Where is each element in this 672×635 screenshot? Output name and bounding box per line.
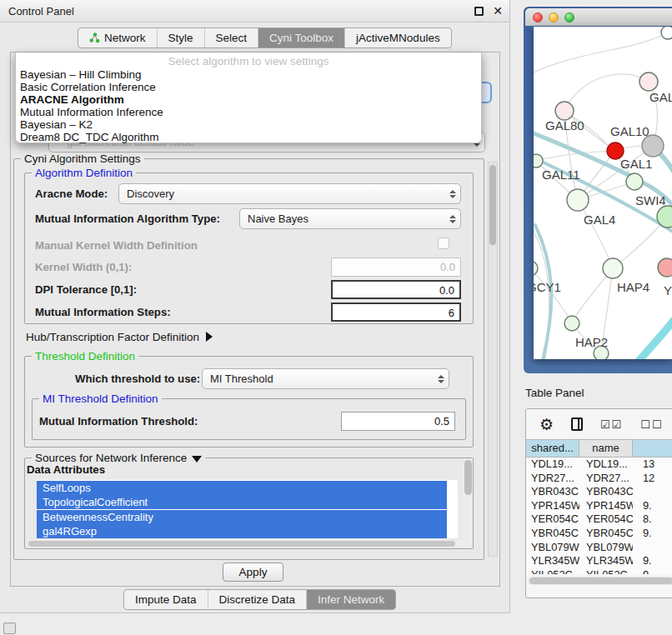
network-node-gal11[interactable] (534, 154, 543, 168)
cell-value: 9. (633, 527, 672, 541)
close-light-icon[interactable] (533, 12, 543, 22)
zoom-light-icon[interactable] (564, 12, 574, 22)
attributes-hscrollbar[interactable] (27, 540, 471, 548)
table-row[interactable]: YER054C YER054C 8. (526, 512, 672, 527)
algorithm-option[interactable]: Basic Correlation Inference (16, 81, 481, 93)
network-edge[interactable] (534, 32, 668, 77)
algorithm-option[interactable]: Mutual Information Inference (16, 106, 481, 118)
network-node-hap4[interactable] (603, 258, 623, 278)
table-row[interactable]: YPR145W YPR145W 9. (526, 499, 672, 513)
mi-steps-label: Mutual Information Steps: (35, 306, 171, 318)
mi-threshold-input[interactable]: 0.5 (341, 412, 455, 431)
cell-value: 13 (633, 458, 672, 472)
hub-definition-label: Hub/Transcription Factor Definition (26, 331, 199, 343)
minimize-light-icon[interactable] (549, 12, 559, 22)
network-edge[interactable] (632, 312, 672, 359)
control-panel-window: Control Panel ✕ Network Style Select Cyn… (0, 0, 510, 613)
mi-type-value: Naive Bayes (240, 212, 445, 225)
attribute-item-selected[interactable]: BetweennessCentrality (37, 510, 447, 524)
scrollbar-thumb[interactable] (489, 165, 496, 245)
network-node-y[interactable] (658, 258, 672, 277)
column-header-shared[interactable]: shared... (526, 440, 579, 457)
cell-value: 9. (633, 499, 672, 513)
attribute-item-selected[interactable]: gal4RGexp (37, 524, 447, 538)
tab-jactivemnodules[interactable]: jActiveMNodules (344, 28, 451, 48)
table-header: shared... name (526, 439, 672, 458)
control-panel-tabs: Network Style Select Cyni Toolbox jActiv… (78, 28, 452, 48)
network-node-gal1[interactable] (626, 173, 643, 190)
float-window-icon[interactable] (474, 7, 484, 16)
network-window-titlebar[interactable] (525, 8, 672, 26)
mi-type-combo[interactable]: Naive Bayes (239, 208, 461, 229)
tab-cyni-toolbox[interactable]: Cyni Toolbox (258, 28, 344, 48)
which-threshold-label: Which threshold to use: (75, 372, 200, 385)
network-node-hap2[interactable] (564, 316, 579, 331)
attribute-item-selected[interactable]: TopologicalCoefficient (37, 495, 447, 509)
apply-button[interactable]: Apply (223, 562, 283, 582)
tab-discretize-data[interactable]: Discretize Data (208, 590, 307, 609)
network-node-gcy1[interactable] (534, 261, 538, 276)
cell-value: 8. (633, 512, 672, 527)
close-window-icon[interactable]: ✕ (493, 4, 503, 18)
network-node[interactable] (661, 27, 672, 39)
tab-infer-network[interactable]: Infer Network (306, 590, 395, 609)
cell-name: YLR345W (579, 554, 633, 568)
algorithm-option[interactable]: Bayesian – K2 (16, 118, 481, 131)
tab-network[interactable]: Network (78, 28, 157, 48)
table-row[interactable]: YBL079W YBL079W (526, 541, 672, 555)
docked-panel-icon[interactable] (3, 622, 16, 634)
dpi-tolerance-input[interactable]: 0.0 (331, 280, 461, 299)
manual-kernel-label: Manual Kernel Width Definition (35, 239, 198, 252)
network-node-gal[interactable] (639, 72, 658, 91)
table-hscrollbar[interactable] (528, 577, 672, 585)
settings-scrollbar[interactable] (488, 162, 498, 557)
network-canvas[interactable]: GALGAL80GAL10GAL11GAL1SWI4GAL4GCY1HAP4YH… (534, 27, 672, 359)
node-label: HAP2 (575, 335, 608, 349)
table-row[interactable]: YBR043C YBR043C (526, 485, 672, 499)
manual-kernel-checkbox[interactable] (438, 238, 449, 249)
network-edge[interactable] (564, 74, 649, 111)
group-title: Cyni Algorithm Settings (21, 152, 144, 165)
network-icon (89, 32, 100, 43)
scrollbar-thumb[interactable] (529, 578, 672, 584)
aracne-mode-combo[interactable]: Discovery (118, 183, 461, 204)
cell-shared-name: YBL079W (526, 541, 579, 555)
window-title: Control Panel (8, 0, 74, 22)
scrollbar-thumb[interactable] (28, 541, 455, 547)
mi-steps-input[interactable]: 6 (331, 302, 461, 322)
attribute-item-selected[interactable]: SelfLoops (37, 481, 447, 495)
table-row[interactable]: YLR345W YLR345W 9. (526, 554, 672, 568)
table-row[interactable]: YDL19... YDL19... 13 (526, 458, 672, 472)
algorithm-option[interactable]: ARACNE Algorithm (16, 93, 481, 106)
tab-select[interactable]: Select (204, 28, 258, 48)
columns-icon[interactable] (571, 418, 583, 431)
scrollbar-thumb[interactable] (464, 460, 472, 495)
hub-definition-expander[interactable]: Hub/Transcription Factor Definition (26, 331, 213, 343)
table-row[interactable]: YDR27... YDR27... 12 (526, 472, 672, 486)
algorithm-option[interactable]: Bayesian – Hill Climbing (16, 68, 481, 81)
tab-impute-data[interactable]: Impute Data (124, 590, 208, 609)
column-header-name[interactable]: name (579, 440, 633, 457)
algorithm-option[interactable]: Dream8 DC_TDC Algorithm (16, 131, 481, 143)
bottom-tabs: Impute Data Discretize Data Infer Networ… (123, 589, 396, 610)
table-row[interactable]: YBR045C YBR045C 9. (526, 527, 672, 541)
gear-icon[interactable]: ⚙ (539, 417, 554, 432)
which-threshold-combo[interactable]: MI Threshold (202, 368, 449, 389)
table-row[interactable]: YIL052C YIL052C 9 (526, 568, 672, 574)
group-title[interactable]: Sources for Network Inference (32, 452, 205, 464)
node-label: GAL10 (610, 124, 649, 138)
which-threshold-value: MI Threshold (203, 372, 434, 385)
select-all-columns-icon[interactable]: ☑☑ (600, 418, 623, 431)
network-node-gal80[interactable] (555, 102, 574, 120)
attributes-vscrollbar[interactable] (463, 458, 473, 548)
column-header-partial[interactable] (633, 440, 672, 457)
network-node-gal4[interactable] (567, 189, 589, 211)
network-edge[interactable] (578, 200, 613, 268)
kernel-width-input[interactable]: 0.0 (331, 258, 461, 277)
tab-style[interactable]: Style (157, 28, 204, 48)
cell-name: YPR145W (579, 499, 633, 513)
node-label: Y (664, 283, 672, 298)
aracne-mode-label: Aracne Mode: (35, 188, 108, 200)
algorithm-definition-group: Algorithm Definition Aracne Mode: Discov… (24, 172, 474, 324)
unselect-all-columns-icon[interactable]: ☐☐ (640, 418, 663, 431)
